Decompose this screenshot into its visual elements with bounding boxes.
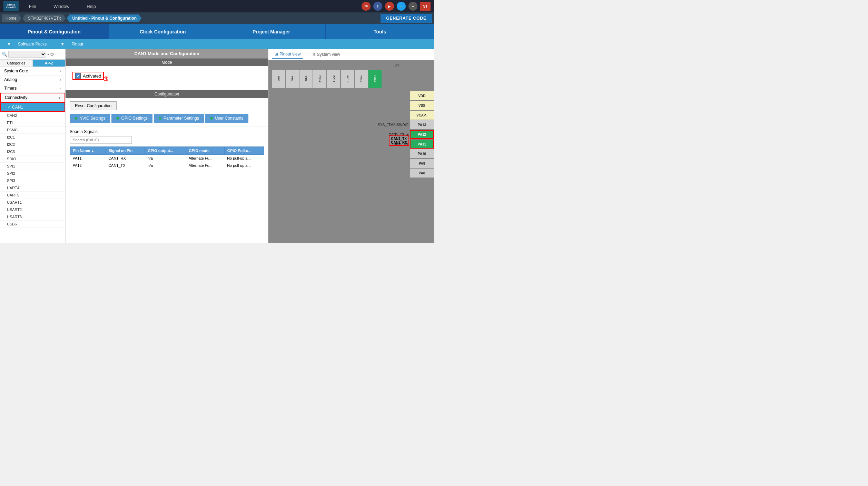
col-signal-on-pin[interactable]: Signal on Pin: [106, 147, 145, 155]
pin-pc12[interactable]: PC12: [313, 70, 326, 88]
sidebar-item-connectivity[interactable]: Connectivity ▾: [0, 93, 65, 102]
col-gpio-mode[interactable]: GPIO mode: [186, 147, 224, 155]
pin-pc11[interactable]: PC11: [327, 70, 340, 88]
sidebar-item-i2c2[interactable]: I2C2: [0, 141, 65, 148]
pin-vdd[interactable]: VDD: [410, 91, 434, 100]
col-gpio-pull[interactable]: GPIO Pull-u...: [224, 147, 264, 155]
reset-configuration-button[interactable]: Reset Configuration: [70, 101, 117, 110]
menu-help[interactable]: Help: [87, 4, 96, 9]
pin-pd2[interactable]: PD2: [272, 70, 285, 88]
sub-tab-software-packs[interactable]: Software Packs: [18, 42, 47, 47]
pin-vcap[interactable]: VCAP..: [410, 111, 434, 120]
search-dropdown[interactable]: [8, 51, 46, 58]
pin-pa10[interactable]: PA10: [410, 149, 434, 158]
sidebar-item-sdio[interactable]: SDIO: [0, 155, 65, 163]
tab-az[interactable]: A->Z: [33, 60, 65, 67]
chevron-right-icon: ›: [60, 87, 61, 90]
pin-pa12[interactable]: PA12: [410, 130, 434, 139]
sidebar-item-spi3[interactable]: SPI3: [0, 177, 65, 184]
gear-icon[interactable]: ⚙: [50, 52, 54, 57]
top-icon-badge[interactable]: 10: [362, 2, 371, 11]
check-icon: ✓: [8, 105, 11, 110]
annotation-3: 3: [104, 75, 108, 83]
sidebar-item-spi1[interactable]: SPI1: [0, 163, 65, 170]
sidebar: 🔍 ▾ ⚙ Categories A->Z System Core › Anal…: [0, 49, 66, 243]
sidebar-item-i2c3[interactable]: I2C3: [0, 148, 65, 155]
twitter-icon[interactable]: 🐦: [397, 2, 406, 11]
col-gpio-output[interactable]: GPIO output...: [145, 147, 186, 155]
cell-signal: CAN1_TX: [106, 162, 145, 169]
chevron-down-icon: ▾: [59, 96, 60, 100]
logo-text: STM32: [7, 3, 15, 6]
pin-pd0[interactable]: PD0: [299, 70, 313, 88]
menu-window[interactable]: Window: [53, 4, 69, 9]
table-row[interactable]: PA11 CAN1_RX n/a Alternate Fu... No pull…: [70, 155, 264, 162]
right-pins: VDD VSS VCAP.. SYS_JTMS-SWDIO PA13 CAN1_…: [378, 91, 434, 178]
sidebar-item-can1[interactable]: ✓ CAN1 2 →: [0, 102, 65, 112]
config-tab-nvic[interactable]: NVIC Settings: [70, 114, 110, 123]
sidebar-item-usart2[interactable]: USART2: [0, 206, 65, 213]
pin-pa14[interactable]: PA14: [368, 70, 382, 88]
network-icon[interactable]: ✦: [408, 2, 417, 11]
sidebar-item-usart1[interactable]: USART1: [0, 199, 65, 206]
breadcrumb-board[interactable]: STM32F407VETx: [22, 14, 66, 22]
sidebar-item-can2[interactable]: CAN2: [0, 112, 65, 119]
tab-pinout-view[interactable]: ⊞ Pinout view: [272, 50, 303, 59]
sidebar-item-timers[interactable]: Timers › 1: [0, 84, 65, 93]
system-view-icon: ≡: [313, 52, 315, 57]
cell-gpio-out: n/a: [145, 162, 186, 169]
sidebar-item-i2c1[interactable]: I2C1: [0, 134, 65, 141]
activated-checkbox[interactable]: ✓: [75, 73, 81, 79]
sub-tab-bar: ▼ Software Packs ▼ Pinout: [0, 39, 434, 49]
sidebar-item-spi2[interactable]: SPI2: [0, 170, 65, 177]
sidebar-item-label: Analog: [4, 77, 17, 82]
config-tab-user-constants[interactable]: User Constants: [205, 114, 248, 123]
sidebar-item-uart5[interactable]: UART5: [0, 192, 65, 199]
sidebar-item-eth[interactable]: ETH: [0, 119, 65, 126]
tab-tools[interactable]: Tools: [326, 24, 434, 39]
dot-icon: [116, 117, 119, 120]
tab-project-manager[interactable]: Project Manager: [217, 24, 326, 39]
pin-pd1[interactable]: PD1: [286, 70, 299, 88]
search-signals-input[interactable]: [70, 136, 132, 144]
sidebar-item-system-core[interactable]: System Core ›: [0, 67, 65, 75]
pin-vss[interactable]: VSS: [410, 101, 434, 110]
tab-categories[interactable]: Categories: [0, 60, 33, 67]
config-tab-gpio-settings[interactable]: GPIO Settings: [111, 114, 152, 123]
sidebar-item-usart3[interactable]: USART3: [0, 213, 65, 221]
pin-pa9[interactable]: PA9: [410, 159, 434, 168]
table-row[interactable]: PA12 CAN1_TX n/a Alternate Fu... No pull…: [70, 162, 264, 169]
tab-label: Pinout view: [279, 52, 300, 57]
tab-pinout-config[interactable]: Pinout & Configuration: [0, 24, 109, 39]
logo-area: STM32 CubeMX: [3, 1, 19, 11]
breadcrumb-project[interactable]: Untitled - Pinout & Configuration: [67, 14, 141, 22]
sidebar-item-uart4[interactable]: UART4: [0, 184, 65, 192]
pin-pa8[interactable]: PA8: [410, 169, 434, 178]
tab-clock-config[interactable]: Clock Configuration: [109, 24, 217, 39]
chevron-down-icon2: ▼: [60, 42, 65, 47]
annotation-arrow: →: [0, 104, 2, 110]
pin-pa15[interactable]: PA15: [355, 70, 368, 88]
dot-icon: [210, 117, 213, 120]
facebook-icon[interactable]: f: [373, 2, 382, 11]
tab-system-view[interactable]: ≡ System view: [310, 50, 343, 59]
sidebar-items: System Core › Analog › Timers › 1 Connec…: [0, 67, 65, 243]
search-icon[interactable]: 🔍: [2, 52, 7, 57]
generate-code-button[interactable]: GENERATE CODE: [381, 14, 432, 23]
cell-gpio-mode: Alternate Fu...: [186, 162, 224, 169]
chevron-right-icon: ›: [60, 69, 61, 73]
breadcrumb-home[interactable]: Home: [2, 14, 21, 22]
sidebar-item-usb6[interactable]: USB6: [0, 221, 65, 228]
config-tab-parameter[interactable]: Parameter Settings: [154, 114, 204, 123]
youtube-icon[interactable]: ▶: [385, 2, 394, 11]
sidebar-item-analog[interactable]: Analog ›: [0, 75, 65, 84]
pin-pc10[interactable]: PC10: [341, 70, 354, 88]
sub-tab-pinout[interactable]: Pinout: [71, 42, 83, 47]
st-icon[interactable]: ST: [420, 2, 431, 11]
menu-file[interactable]: File: [29, 4, 36, 9]
pin-pa11[interactable]: PA11: [410, 140, 434, 149]
sidebar-item-fsmc[interactable]: FSMC: [0, 126, 65, 134]
pin-pa13[interactable]: PA13: [410, 120, 434, 129]
col-pin-name[interactable]: Pin Name ▲: [70, 147, 106, 155]
mode-section-header: Mode: [66, 59, 268, 66]
